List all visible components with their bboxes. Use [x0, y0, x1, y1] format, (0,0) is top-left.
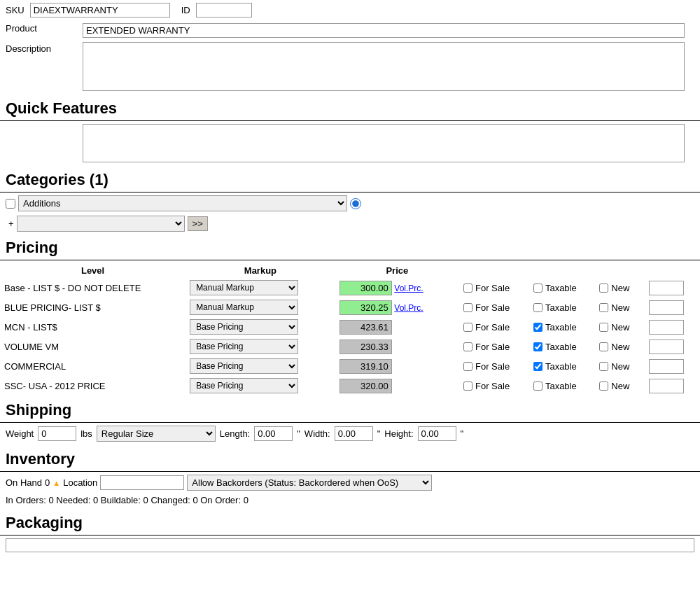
packaging-header: Packaging	[0, 511, 700, 536]
pricing-markup-cell[interactable]: Manual Markup Base Pricing	[186, 356, 335, 376]
width-input[interactable]	[335, 426, 373, 441]
quick-features-textarea[interactable]	[83, 124, 685, 162]
category-select[interactable]: Additions	[18, 195, 347, 211]
for-sale-cell: For Sale	[459, 337, 529, 356]
extra-input[interactable]	[649, 359, 684, 374]
lbs-label: lbs	[80, 428, 92, 439]
location-input[interactable]	[100, 475, 184, 490]
new-checkbox[interactable]	[599, 303, 608, 312]
taxable-checkbox[interactable]	[533, 342, 542, 351]
height-input[interactable]	[418, 426, 456, 441]
length-label: Length:	[220, 428, 250, 439]
vol-prc-link[interactable]: Vol.Prc.	[394, 284, 423, 293]
for-sale-cell: For Sale	[459, 298, 529, 317]
pricing-level-cell: BLUE PRICING- LIST $	[0, 298, 186, 317]
for-sale-cell: For Sale	[459, 376, 529, 396]
extra-input[interactable]	[649, 320, 684, 335]
sku-input[interactable]	[30, 3, 170, 18]
backorder-select[interactable]: Allow Backorders (Status: Backordered wh…	[187, 475, 432, 491]
sku-row: SKU ID	[0, 0, 700, 20]
price-input[interactable]	[340, 340, 392, 354]
extra-input-cell[interactable]	[645, 298, 700, 317]
taxable-checkbox[interactable]	[533, 284, 542, 293]
taxable-checkbox[interactable]	[533, 362, 542, 371]
table-row: SSC- USA - 2012 PRICE Manual Markup Base…	[0, 376, 700, 396]
taxable-checkbox[interactable]	[533, 382, 542, 391]
vol-prc-link[interactable]: Vol.Prc.	[394, 303, 423, 313]
taxable-cell: Taxable	[529, 278, 595, 298]
height-label: Height:	[384, 428, 413, 439]
for-sale-checkbox[interactable]	[463, 362, 472, 371]
category-add-button[interactable]: >>	[188, 216, 208, 231]
price-input[interactable]	[340, 281, 392, 295]
extra-input-cell[interactable]	[645, 278, 700, 298]
description-textarea[interactable]	[83, 42, 685, 91]
markup-select[interactable]: Manual Markup Base Pricing	[190, 358, 298, 374]
new-label: New	[611, 342, 629, 352]
extra-input-cell[interactable]	[645, 337, 700, 356]
category-checkbox[interactable]	[6, 199, 15, 209]
price-input[interactable]	[340, 359, 392, 374]
pricing-col-markup: Markup	[186, 263, 335, 278]
pricing-markup-cell[interactable]: Manual Markup Base Pricing	[186, 317, 335, 337]
packaging-area	[6, 538, 694, 552]
product-name-input[interactable]	[83, 23, 685, 38]
size-select[interactable]: Regular Size	[97, 426, 216, 442]
price-input[interactable]	[340, 379, 392, 393]
table-row: MCN - LIST$ Manual Markup Base Pricing F…	[0, 317, 700, 337]
taxable-cell: Taxable	[529, 298, 595, 317]
markup-select[interactable]: Manual Markup Base Pricing	[190, 280, 298, 295]
for-sale-checkbox[interactable]	[463, 303, 472, 312]
sku-label: SKU	[6, 5, 24, 15]
on-hand-value: 0	[45, 477, 50, 488]
new-checkbox[interactable]	[599, 284, 608, 293]
width-label: Width:	[304, 428, 330, 439]
taxable-label: Taxable	[545, 361, 577, 372]
price-input[interactable]	[340, 320, 392, 335]
new-checkbox[interactable]	[599, 342, 608, 351]
new-cell: New	[595, 278, 644, 298]
taxable-cell: Taxable	[529, 317, 595, 337]
new-checkbox[interactable]	[599, 362, 608, 371]
markup-select[interactable]: Manual Markup Base Pricing	[190, 300, 298, 315]
category-radio[interactable]	[350, 198, 361, 209]
description-row: Description	[0, 41, 700, 94]
extra-input-cell[interactable]	[645, 317, 700, 337]
categories-row: Additions	[0, 192, 700, 214]
markup-select[interactable]: Manual Markup Base Pricing	[190, 319, 298, 335]
id-input[interactable]	[196, 3, 252, 18]
taxable-checkbox[interactable]	[533, 303, 542, 312]
inventory-info: In Orders: 0 Needed: 0 Buildable: 0 Chan…	[0, 493, 700, 508]
extra-input[interactable]	[649, 281, 684, 295]
for-sale-label: For Sale	[475, 322, 510, 332]
taxable-label: Taxable	[545, 283, 577, 293]
new-checkbox[interactable]	[599, 323, 608, 332]
new-checkbox[interactable]	[599, 382, 608, 391]
pricing-markup-cell[interactable]: Manual Markup Base Pricing	[186, 298, 335, 317]
markup-select[interactable]: Manual Markup Base Pricing	[190, 378, 298, 393]
for-sale-label: For Sale	[475, 283, 510, 293]
weight-input[interactable]	[38, 426, 76, 441]
extra-input[interactable]	[649, 379, 684, 393]
pricing-markup-cell[interactable]: Manual Markup Base Pricing	[186, 337, 335, 356]
pricing-markup-cell[interactable]: Manual Markup Base Pricing	[186, 376, 335, 396]
for-sale-checkbox[interactable]	[463, 323, 472, 332]
for-sale-checkbox[interactable]	[463, 382, 472, 391]
extra-input-cell[interactable]	[645, 356, 700, 376]
length-input[interactable]	[254, 426, 293, 441]
pricing-markup-cell[interactable]: Manual Markup Base Pricing	[186, 278, 335, 298]
plus-label: +	[8, 218, 14, 229]
extra-input-cell[interactable]	[645, 376, 700, 396]
price-input[interactable]	[340, 300, 392, 315]
extra-input[interactable]	[649, 300, 684, 315]
extra-input[interactable]	[649, 340, 684, 354]
location-label: Location	[63, 477, 97, 488]
pricing-col-price: Price	[335, 263, 459, 278]
for-sale-checkbox[interactable]	[463, 342, 472, 351]
pricing-level-cell: SSC- USA - 2012 PRICE	[0, 376, 186, 396]
markup-select[interactable]: Manual Markup Base Pricing	[190, 339, 298, 354]
category-add-select[interactable]	[17, 216, 185, 232]
for-sale-checkbox[interactable]	[463, 284, 472, 293]
taxable-checkbox[interactable]	[533, 323, 542, 332]
taxable-cell: Taxable	[529, 337, 595, 356]
